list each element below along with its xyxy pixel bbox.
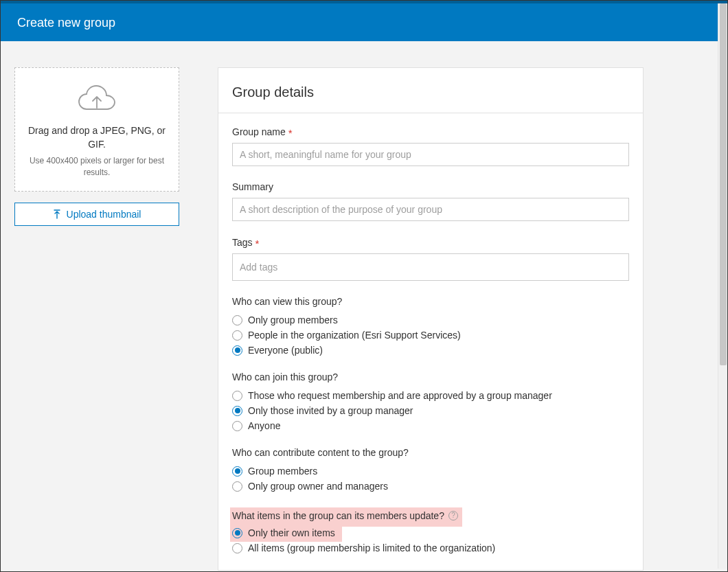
radio-label: Everyone (public) <box>248 345 323 356</box>
radio-icon <box>232 481 242 492</box>
view-option-org[interactable]: People in the organization (Esri Support… <box>232 329 629 341</box>
radio-label: Group members <box>248 466 317 477</box>
update-question: What items in the group can its members … <box>232 507 629 554</box>
view-question-label: Who can view this group? <box>232 296 629 307</box>
view-option-members[interactable]: Only group members <box>232 314 629 326</box>
contribute-question-label: Who can contribute content to the group? <box>232 447 629 458</box>
radio-label: Anyone <box>248 420 280 431</box>
summary-label: Summary <box>232 181 629 192</box>
upload-arrow-icon <box>53 209 61 219</box>
modal-header: Create new group <box>1 1 727 41</box>
radio-icon <box>232 315 242 325</box>
cloud-upload-icon <box>78 83 116 115</box>
dropzone-subtext: Use 400x400 pixels or larger for best re… <box>25 155 169 179</box>
required-indicator: * <box>255 238 259 249</box>
scrollbar[interactable] <box>718 3 727 569</box>
join-question: Who can join this group? Those who reque… <box>232 371 629 432</box>
radio-label: Only those invited by a group manager <box>248 405 413 416</box>
contribute-option-owner[interactable]: Only group owner and managers <box>232 480 629 492</box>
join-option-invited[interactable]: Only those invited by a group manager <box>232 404 629 417</box>
summary-input[interactable] <box>232 198 629 221</box>
group-name-input[interactable] <box>232 143 629 166</box>
join-option-request[interactable]: Those who request membership and are app… <box>232 389 629 402</box>
tags-label: Tags * <box>232 236 629 248</box>
radio-label: Only group members <box>248 314 338 325</box>
radio-label: All items (group membership is limited t… <box>248 542 495 553</box>
upload-thumbnail-button[interactable]: Upload thumbnail <box>14 203 179 226</box>
required-indicator: * <box>288 127 293 139</box>
radio-icon <box>232 406 242 416</box>
radio-icon <box>232 421 242 431</box>
tags-input[interactable] <box>232 253 629 281</box>
radio-icon <box>232 345 242 356</box>
scrollbar-thumb[interactable] <box>720 3 727 365</box>
radio-label: Only their own items <box>248 527 335 538</box>
join-question-label: Who can join this group? <box>232 371 629 382</box>
thumbnail-dropzone[interactable]: Drag and drop a JPEG, PNG, or GIF. Use 4… <box>14 67 179 192</box>
content-area: Drag and drop a JPEG, PNG, or GIF. Use 4… <box>1 41 727 571</box>
contribute-question: Who can contribute content to the group?… <box>232 447 629 492</box>
group-name-field: Group name * <box>232 126 629 166</box>
radio-label: People in the organization (Esri Support… <box>248 330 461 341</box>
radio-label: Those who request membership and are app… <box>248 390 552 401</box>
radio-label: Only group owner and managers <box>248 481 388 492</box>
help-icon[interactable]: ? <box>448 511 458 520</box>
modal-title: Create new group <box>17 16 115 30</box>
view-question: Who can view this group? Only group memb… <box>232 296 629 356</box>
join-option-anyone[interactable]: Anyone <box>232 420 629 432</box>
group-name-label: Group name * <box>232 126 629 137</box>
radio-icon <box>232 330 242 341</box>
form-body: Group name * Summary Tags * Who can view… <box>218 113 643 571</box>
radio-icon <box>232 391 242 401</box>
upload-thumbnail-label: Upload thumbnail <box>67 209 141 220</box>
radio-icon <box>232 543 242 553</box>
group-details-panel: Group details Group name * Summary Tags … <box>218 67 644 571</box>
view-option-public[interactable]: Everyone (public) <box>232 344 629 356</box>
tags-field: Tags * <box>232 236 629 281</box>
summary-field: Summary <box>232 181 629 221</box>
update-option-all[interactable]: All items (group membership is limited t… <box>232 542 629 554</box>
panel-title: Group details <box>218 68 643 113</box>
update-question-label: What items in the group can its members … <box>232 510 444 521</box>
radio-icon <box>232 466 242 477</box>
update-option-own[interactable]: Only their own items <box>230 527 335 539</box>
thumbnail-column: Drag and drop a JPEG, PNG, or GIF. Use 4… <box>14 67 179 571</box>
radio-icon <box>232 528 242 538</box>
dropzone-text: Drag and drop a JPEG, PNG, or GIF. <box>25 124 169 151</box>
contribute-option-members[interactable]: Group members <box>232 465 629 477</box>
